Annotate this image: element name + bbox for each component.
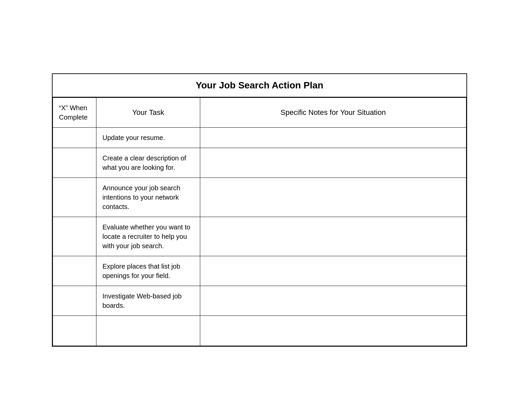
notes-cell bbox=[200, 148, 466, 178]
page-title: Your Job Search Action Plan bbox=[53, 74, 466, 97]
check-cell bbox=[53, 256, 96, 286]
task-cell: Evaluate whether you want to locate a re… bbox=[96, 217, 200, 256]
task-cell: Update your resume. bbox=[96, 128, 200, 148]
notes-cell bbox=[200, 256, 466, 286]
notes-cell bbox=[200, 128, 466, 148]
notes-cell bbox=[200, 217, 466, 256]
task-cell: Announce your job search intentions to y… bbox=[96, 178, 200, 217]
notes-cell bbox=[200, 316, 466, 346]
header-notes-cell: Specific Notes for Your Situation bbox=[200, 98, 466, 128]
task-cell: Investigate Web-based job boards. bbox=[96, 286, 200, 316]
task-cell bbox=[96, 316, 200, 346]
table-row: Evaluate whether you want to locate a re… bbox=[53, 217, 466, 256]
table-header-row: “X” When Complete Your Task Specific Not… bbox=[53, 98, 466, 128]
task-cell: Create a clear description of what you a… bbox=[96, 148, 200, 178]
table-row: Announce your job search intentions to y… bbox=[53, 178, 466, 217]
check-cell bbox=[53, 148, 96, 178]
table-row: Create a clear description of what you a… bbox=[53, 148, 466, 178]
task-cell: Explore places that list job openings fo… bbox=[96, 256, 200, 286]
table-row bbox=[53, 316, 466, 346]
page-wrapper: Your Job Search Action Plan “X” When Com… bbox=[0, 0, 519, 420]
check-cell bbox=[53, 316, 96, 346]
check-cell bbox=[53, 128, 96, 148]
check-cell bbox=[53, 217, 96, 256]
table-container: Your Job Search Action Plan “X” When Com… bbox=[52, 73, 467, 347]
check-cell bbox=[53, 178, 96, 217]
header-task-cell: Your Task bbox=[96, 98, 200, 128]
notes-cell bbox=[200, 178, 466, 217]
table-row: Investigate Web-based job boards. bbox=[53, 286, 466, 316]
check-cell bbox=[53, 286, 96, 316]
action-plan-table: “X” When Complete Your Task Specific Not… bbox=[53, 97, 466, 346]
table-row: Update your resume. bbox=[53, 128, 466, 148]
header-check-cell: “X” When Complete bbox=[53, 98, 96, 128]
notes-cell bbox=[200, 286, 466, 316]
table-row: Explore places that list job openings fo… bbox=[53, 256, 466, 286]
